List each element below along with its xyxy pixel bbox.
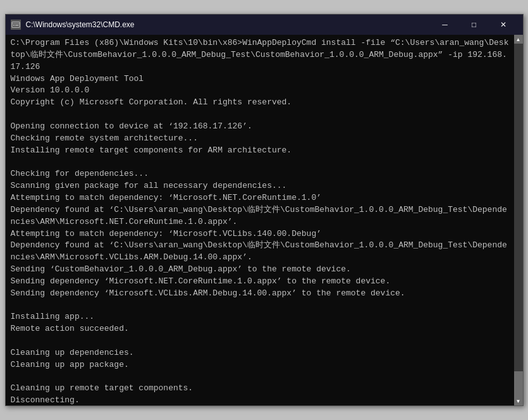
cmd-window: C:\Windows\system32\CMD.exe ─ □ ✕ C:\Pro… bbox=[5, 14, 524, 406]
scroll-down-arrow[interactable]: ▼ bbox=[514, 397, 523, 405]
window-title: C:\Windows\system32\CMD.exe bbox=[26, 20, 431, 29]
window-controls: ─ □ ✕ bbox=[431, 15, 518, 35]
close-button[interactable]: ✕ bbox=[489, 15, 518, 35]
scrollbar[interactable]: ▲ ▼ bbox=[514, 35, 523, 405]
window-icon bbox=[11, 20, 21, 30]
scrollbar-track[interactable] bbox=[514, 44, 523, 397]
console-area: C:\Program Files (x86)\Windows Kits\10\b… bbox=[6, 35, 523, 405]
console-output[interactable]: C:\Program Files (x86)\Windows Kits\10\b… bbox=[6, 35, 514, 405]
svg-rect-2 bbox=[13, 25, 15, 26]
svg-rect-3 bbox=[15, 25, 18, 26]
title-bar: C:\Windows\system32\CMD.exe ─ □ ✕ bbox=[6, 15, 523, 35]
scrollbar-thumb[interactable] bbox=[514, 371, 523, 397]
maximize-button[interactable]: □ bbox=[460, 15, 489, 35]
minimize-button[interactable]: ─ bbox=[431, 15, 460, 35]
scroll-up-arrow[interactable]: ▲ bbox=[514, 35, 523, 44]
